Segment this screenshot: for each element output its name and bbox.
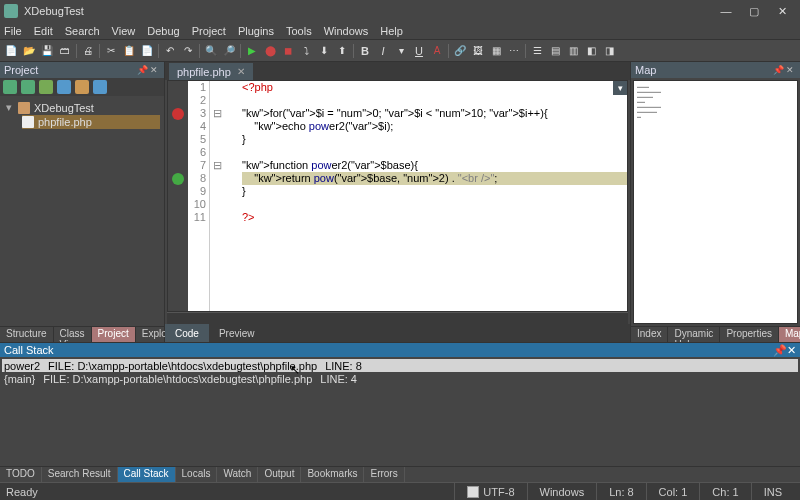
- menu-help[interactable]: Help: [380, 25, 403, 37]
- menu-search[interactable]: Search: [65, 25, 100, 37]
- proj-btn-5[interactable]: [75, 80, 89, 94]
- menu-file[interactable]: File: [4, 25, 22, 37]
- status-eol[interactable]: Windows: [527, 483, 597, 500]
- tool-x3[interactable]: ▥: [565, 43, 581, 59]
- minimize-icon[interactable]: —: [720, 5, 732, 18]
- tool-debug[interactable]: ⬤: [262, 43, 278, 59]
- panel-pin-icon[interactable]: 📌: [137, 65, 147, 75]
- menu-debug[interactable]: Debug: [147, 25, 179, 37]
- tab-locals[interactable]: Locals: [176, 467, 218, 482]
- tab-searchresult[interactable]: Search Result: [42, 467, 118, 482]
- tab-project[interactable]: Project: [92, 327, 136, 342]
- code-content[interactable]: <?php"kw">for("var">$i = "num">0; "var">…: [224, 81, 627, 311]
- tool-open[interactable]: 📂: [21, 43, 37, 59]
- fold-gutter[interactable]: ⊟⊟: [210, 81, 224, 311]
- tool-stepout[interactable]: ⬆: [334, 43, 350, 59]
- status-mode[interactable]: INS: [751, 483, 794, 500]
- status-encoding[interactable]: UTF-8: [454, 483, 526, 500]
- tab-map[interactable]: Map: [779, 327, 800, 342]
- tab-code[interactable]: Code: [165, 324, 209, 342]
- tool-x2[interactable]: ▤: [547, 43, 563, 59]
- tool-dd1[interactable]: ▾: [393, 43, 409, 59]
- editor-dropdown-icon[interactable]: ▾: [613, 81, 627, 95]
- tool-x5[interactable]: ◨: [601, 43, 617, 59]
- tool-find[interactable]: 🔍: [203, 43, 219, 59]
- tab-dynhelp[interactable]: Dynamic Help: [668, 327, 720, 342]
- menu-plugins[interactable]: Plugins: [238, 25, 274, 37]
- tool-italic[interactable]: I: [375, 43, 391, 59]
- tool-link[interactable]: 🔗: [452, 43, 468, 59]
- callstack-row[interactable]: {main} FILE: D:\xampp-portable\htdocs\xd…: [2, 372, 798, 385]
- tool-bold[interactable]: B: [357, 43, 373, 59]
- tab-preview[interactable]: Preview: [209, 324, 265, 342]
- tool-u[interactable]: U: [411, 43, 427, 59]
- menu-tools[interactable]: Tools: [286, 25, 312, 37]
- tool-print[interactable]: 🖨: [80, 43, 96, 59]
- editor-tab-close-icon[interactable]: ✕: [237, 66, 245, 77]
- proj-btn-2[interactable]: [21, 80, 35, 94]
- tab-todo[interactable]: TODO: [0, 467, 42, 482]
- panel-close-icon[interactable]: ✕: [150, 65, 160, 75]
- breakpoint-gutter[interactable]: [168, 81, 188, 311]
- tool-save[interactable]: 💾: [39, 43, 55, 59]
- menu-project[interactable]: Project: [192, 25, 226, 37]
- tool-undo[interactable]: ↶: [162, 43, 178, 59]
- menu-edit[interactable]: Edit: [34, 25, 53, 37]
- breakpoint-icon[interactable]: [172, 173, 184, 185]
- callstack-list[interactable]: power2 FILE: D:\xampp-portable\htdocs\xd…: [0, 357, 800, 466]
- tab-callstack[interactable]: Call Stack: [118, 467, 176, 482]
- proj-btn-1[interactable]: [3, 80, 17, 94]
- tree-file[interactable]: phpfile.php: [22, 115, 160, 129]
- tool-run[interactable]: ▶: [244, 43, 260, 59]
- editor-tab[interactable]: phpfile.php ✕: [169, 63, 253, 80]
- close-icon[interactable]: ✕: [776, 5, 788, 18]
- cs-file: FILE: D:\xampp-portable\htdocs\xdebugtes…: [43, 373, 312, 385]
- tool-replace[interactable]: 🔎: [221, 43, 237, 59]
- menu-windows[interactable]: Windows: [324, 25, 369, 37]
- tab-output[interactable]: Output: [258, 467, 301, 482]
- tool-cut[interactable]: ✂: [103, 43, 119, 59]
- status-ready: Ready: [6, 486, 38, 498]
- tab-bookmarks[interactable]: Bookmarks: [301, 467, 364, 482]
- maximize-icon[interactable]: ▢: [748, 5, 760, 18]
- code-editor[interactable]: ▾ 1234567891011 ⊟⊟ <?php"kw">for("var">$…: [167, 80, 628, 312]
- cs-line: LINE: 8: [325, 360, 362, 372]
- panel-close-icon[interactable]: ✕: [786, 65, 796, 75]
- breakpoint-icon[interactable]: [172, 108, 184, 120]
- tool-saveall[interactable]: 🗃: [57, 43, 73, 59]
- tool-more1[interactable]: ⋯: [506, 43, 522, 59]
- line-numbers: 1234567891011: [188, 81, 210, 311]
- tab-classview[interactable]: Class View: [54, 327, 92, 342]
- tree-twisty-icon[interactable]: ▾: [4, 101, 14, 114]
- proj-btn-6[interactable]: [93, 80, 107, 94]
- tool-img[interactable]: 🖼: [470, 43, 486, 59]
- minimap[interactable]: ▬▬▬▬▬▬▬▬▬▬▬▬▬▬▬▬▬▬▬▬▬▬▬▬▬▬▬: [633, 80, 798, 324]
- tab-index[interactable]: Index: [631, 327, 668, 342]
- callstack-row[interactable]: power2 FILE: D:\xampp-portable\htdocs\xd…: [2, 359, 798, 372]
- tool-stop[interactable]: ◼: [280, 43, 296, 59]
- tab-watch[interactable]: Watch: [217, 467, 258, 482]
- tab-properties[interactable]: Properties: [720, 327, 779, 342]
- tree-root[interactable]: ▾ XDebugTest: [4, 100, 160, 115]
- editor-hscroll[interactable]: [167, 312, 628, 324]
- menu-view[interactable]: View: [112, 25, 136, 37]
- tab-structure[interactable]: Structure: [0, 327, 54, 342]
- project-tree[interactable]: ▾ XDebugTest phpfile.php: [0, 96, 164, 326]
- tab-errors[interactable]: Errors: [364, 467, 404, 482]
- tool-redo[interactable]: ↷: [180, 43, 196, 59]
- tool-tbl[interactable]: ▦: [488, 43, 504, 59]
- tool-stepover[interactable]: ⤵: [298, 43, 314, 59]
- tool-a[interactable]: A: [429, 43, 445, 59]
- proj-btn-4[interactable]: [57, 80, 71, 94]
- tool-paste[interactable]: 📄: [139, 43, 155, 59]
- tool-x1[interactable]: ☰: [529, 43, 545, 59]
- project-panel-title: Project: [4, 64, 38, 76]
- proj-btn-3[interactable]: [39, 80, 53, 94]
- tool-stepin[interactable]: ⬇: [316, 43, 332, 59]
- panel-close-icon[interactable]: ✕: [787, 344, 796, 357]
- tool-new[interactable]: 📄: [3, 43, 19, 59]
- tool-x4[interactable]: ◧: [583, 43, 599, 59]
- panel-pin-icon[interactable]: 📌: [773, 65, 783, 75]
- panel-pin-icon[interactable]: 📌: [773, 344, 787, 357]
- tool-copy[interactable]: 📋: [121, 43, 137, 59]
